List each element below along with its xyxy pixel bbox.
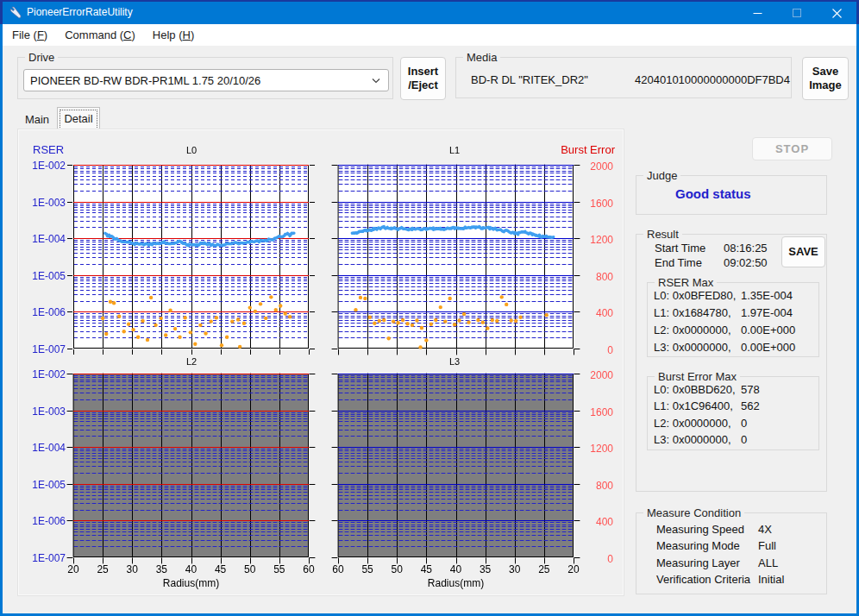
- media-type: BD-R DL "RITEK_DR2": [471, 73, 588, 86]
- measure-row-name: Measuring Mode: [656, 539, 740, 552]
- rser-tick-label: 1E-005: [24, 479, 66, 491]
- burst-max-row-value: 562: [741, 399, 760, 412]
- chart-title: L3: [437, 356, 472, 367]
- rser-tick-label: 1E-002: [24, 160, 66, 172]
- radius-tick-label: 30: [122, 563, 142, 575]
- measure-condition-label: Measure Condition: [643, 506, 744, 519]
- rser-tick-label: 1E-004: [24, 442, 66, 454]
- radius-tick-label: 55: [269, 563, 290, 575]
- radius-tick-label: 20: [63, 563, 84, 575]
- save-button[interactable]: SAVE: [781, 236, 825, 267]
- charts-canvas: [17, 129, 624, 596]
- radius-tick-label: 45: [210, 563, 231, 575]
- rser-max-row-value: 0.00E+000: [741, 324, 795, 336]
- rser-tick-label: 1E-005: [24, 270, 66, 282]
- rser-axis-label: RSER: [33, 143, 64, 156]
- radius-tick-label: 35: [475, 563, 496, 575]
- end-time-value: 09:02:50: [724, 256, 768, 269]
- rser-tick-label: 1E-002: [24, 368, 66, 380]
- radius-tick-label: 25: [92, 563, 113, 575]
- rser-tick-label: 1E-007: [24, 552, 66, 564]
- burst-max-row-name: L0: 0x0BBD620,: [654, 383, 736, 396]
- burst-max-label: Burst Error Max: [655, 370, 740, 383]
- burst-tick-label: 1600: [582, 406, 613, 418]
- radius-tick-label: 60: [328, 563, 348, 575]
- rser-tick-label: 1E-003: [24, 405, 66, 418]
- close-icon: [832, 9, 842, 18]
- media-id: 420401010000000000DF7BD4: [635, 73, 790, 86]
- burst-tick-label: 0: [582, 553, 613, 565]
- burst-tick-label: 400: [582, 307, 613, 319]
- rser-tick-label: 1E-006: [24, 306, 66, 318]
- measure-row-name: Measuring Layer: [656, 556, 740, 569]
- stop-button[interactable]: STOP: [752, 137, 832, 160]
- menu-bar: File (F)Command (C)Help (H): [0, 24, 859, 46]
- rser-tick-label: 1E-004: [24, 233, 66, 245]
- measure-row-name: Verification Criteria: [656, 573, 750, 586]
- chart-title: L2: [174, 356, 209, 367]
- radius-tick-label: 55: [357, 563, 378, 575]
- minimize-button[interactable]: [737, 2, 777, 24]
- window-title: PioneerErrorRateUtility: [27, 6, 133, 18]
- maximize-button[interactable]: [777, 2, 817, 24]
- menu-item-file[interactable]: File (F): [12, 28, 56, 41]
- burst-max-group: Burst Error Max L0: 0x0BBD620,578L1: 0x1…: [647, 376, 819, 450]
- end-time-label: End Time: [655, 256, 702, 269]
- burst-max-row-name: L2: 0x0000000,: [654, 417, 731, 430]
- rser-tick-label: 1E-007: [24, 343, 66, 355]
- radius-tick-label: 20: [563, 563, 584, 575]
- burst-tick-label: 0: [582, 344, 613, 356]
- titlebar: PioneerErrorRateUtility: [0, 0, 859, 24]
- result-group-label: Result: [643, 228, 682, 241]
- burst-tick-label: 1600: [582, 198, 613, 210]
- insert-eject-button[interactable]: Insert/Eject: [400, 57, 446, 100]
- rser-max-row-name: L1: 0x1684780,: [654, 306, 731, 319]
- drive-select-value: PIONEER BD-RW BDR-PR1ML 1.75 20/10/26: [30, 74, 260, 87]
- burst-tick-label: 800: [582, 480, 613, 492]
- measure-row-value: 4X: [758, 523, 772, 536]
- radius-tick-label: 45: [416, 563, 436, 575]
- measure-row-value: ALL: [758, 556, 778, 569]
- radius-tick-label: 50: [386, 563, 407, 575]
- rser-tick-label: 1E-003: [24, 197, 66, 209]
- burst-tick-label: 1200: [582, 234, 613, 246]
- drive-select[interactable]: PIONEER BD-RW BDR-PR1ML 1.75 20/10/26: [23, 69, 389, 91]
- rser-max-group: RSER Max L0: 0x0BFED80,1.35E-004L1: 0x16…: [647, 282, 819, 357]
- close-button[interactable]: [817, 2, 856, 24]
- media-group-label: Media: [463, 51, 500, 64]
- burst-tick-label: 2000: [582, 160, 613, 173]
- radius-tick-label: 40: [446, 563, 467, 575]
- radius-tick-label: 30: [505, 563, 525, 575]
- radius-axis-label: Radius(mm): [157, 577, 226, 589]
- burst-tick-label: 400: [582, 516, 613, 528]
- app-icon: [9, 5, 22, 19]
- measure-row-name: Measuring Speed: [656, 523, 744, 536]
- tab-detail[interactable]: Detail: [57, 107, 100, 129]
- save-image-button[interactable]: SaveImage: [802, 57, 849, 100]
- radius-tick-label: 60: [298, 563, 319, 575]
- burst-max-row-name: L3: 0x0000000,: [654, 433, 731, 446]
- judge-group: Judge Good status: [636, 175, 827, 215]
- rser-max-label: RSER Max: [655, 276, 717, 289]
- burst-tick-label: 800: [582, 271, 613, 283]
- burst-axis-label: Burst Error: [552, 143, 615, 156]
- chevron-down-icon: [372, 78, 380, 84]
- start-time-label: Start Time: [655, 242, 705, 255]
- rser-max-row-value: 0.00E+000: [741, 341, 795, 354]
- radius-tick-label: 25: [534, 563, 555, 575]
- result-group: Result Start Time 08:16:25 End Time 09:0…: [636, 234, 827, 492]
- rser-max-row-value: 1.35E-004: [741, 289, 793, 302]
- burst-max-row-value: 0: [741, 433, 747, 446]
- tab-main[interactable]: Main: [19, 110, 55, 129]
- menu-item-command[interactable]: Command (C): [56, 28, 144, 41]
- burst-tick-label: 2000: [582, 369, 613, 381]
- rser-max-row-name: L0: 0x0BFED80,: [654, 289, 736, 302]
- radius-tick-label: 40: [181, 563, 202, 575]
- drive-group-label: Drive: [25, 51, 58, 64]
- measure-row-value: Full: [758, 539, 776, 552]
- radius-tick-label: 35: [151, 563, 172, 575]
- start-time-value: 08:16:25: [724, 242, 768, 255]
- menu-item-help[interactable]: Help (H): [144, 28, 203, 41]
- drive-group: Drive PIONEER BD-RW BDR-PR1ML 1.75 20/10…: [17, 57, 393, 99]
- chart-title: L0: [174, 145, 209, 155]
